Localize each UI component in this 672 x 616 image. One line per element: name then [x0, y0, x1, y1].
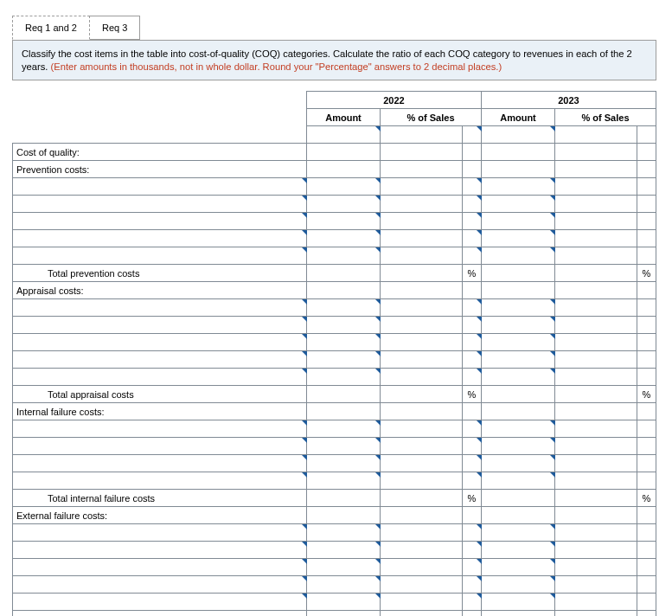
input-cell[interactable]: [381, 317, 463, 334]
input-cell[interactable]: [381, 144, 463, 161]
input-cell[interactable]: [307, 420, 381, 438]
input-cell[interactable]: [307, 403, 381, 420]
input-cell[interactable]: [482, 351, 555, 369]
input-cell[interactable]: [555, 576, 637, 594]
input-cell[interactable]: [381, 230, 463, 247]
input-cell[interactable]: [463, 559, 482, 576]
input-cell[interactable]: [555, 334, 637, 351]
input-cell[interactable]: [463, 524, 482, 542]
input-cell[interactable]: [637, 247, 656, 265]
input-cell[interactable]: [555, 230, 637, 247]
input-cell[interactable]: [381, 299, 463, 317]
input-cell[interactable]: [307, 144, 381, 161]
input-cell[interactable]: [555, 542, 637, 559]
input-cell[interactable]: [307, 282, 381, 299]
input-cell[interactable]: [555, 299, 637, 317]
tab-req3[interactable]: Req 3: [89, 16, 140, 40]
input-cell[interactable]: [637, 213, 656, 230]
dropdown-cell[interactable]: [13, 594, 307, 611]
input-cell[interactable]: [381, 403, 463, 420]
input-cell[interactable]: [463, 369, 482, 386]
input-cell[interactable]: [555, 611, 637, 616]
input-cell[interactable]: [482, 334, 555, 351]
input-cell[interactable]: [381, 594, 463, 611]
input-cell[interactable]: [555, 178, 637, 196]
input-cell[interactable]: [463, 542, 482, 559]
input-cell[interactable]: [637, 369, 656, 386]
input-cell[interactable]: [307, 559, 381, 576]
input-cell[interactable]: [555, 559, 637, 576]
input-cell[interactable]: [637, 144, 656, 161]
input-cell[interactable]: [482, 559, 555, 576]
input-cell[interactable]: [555, 507, 637, 524]
input-cell[interactable]: [482, 161, 555, 178]
input-cell[interactable]: [463, 576, 482, 594]
input-cell[interactable]: [482, 282, 555, 299]
input-cell[interactable]: [307, 576, 381, 594]
input-cell[interactable]: [637, 161, 656, 178]
input-cell[interactable]: [463, 299, 482, 317]
dropdown-cell[interactable]: [13, 576, 307, 594]
input-cell[interactable]: [555, 247, 637, 265]
input-cell[interactable]: [637, 334, 656, 351]
input-cell[interactable]: [463, 455, 482, 472]
input-cell[interactable]: [307, 161, 381, 178]
input-cell[interactable]: [381, 386, 463, 403]
input-cell[interactable]: [482, 230, 555, 247]
input-cell[interactable]: [555, 490, 637, 507]
input-cell[interactable]: [555, 126, 637, 144]
input-cell[interactable]: [482, 144, 555, 161]
input-cell[interactable]: [482, 369, 555, 386]
input-cell[interactable]: [381, 178, 463, 196]
input-cell[interactable]: [307, 594, 381, 611]
input-cell[interactable]: [381, 420, 463, 438]
input-cell[interactable]: [307, 472, 381, 490]
input-cell[interactable]: [307, 299, 381, 317]
input-cell[interactable]: [555, 144, 637, 161]
input-cell[interactable]: [637, 472, 656, 490]
dropdown-cell[interactable]: [13, 472, 307, 490]
input-cell[interactable]: [307, 213, 381, 230]
input-cell[interactable]: [637, 524, 656, 542]
input-cell[interactable]: [555, 265, 637, 282]
input-cell[interactable]: [463, 282, 482, 299]
input-cell[interactable]: [637, 351, 656, 369]
dropdown-cell[interactable]: [13, 196, 307, 213]
input-cell[interactable]: [555, 161, 637, 178]
dropdown-cell[interactable]: [13, 247, 307, 265]
input-cell[interactable]: [307, 455, 381, 472]
input-cell[interactable]: [463, 438, 482, 455]
input-cell[interactable]: [307, 611, 381, 616]
input-cell[interactable]: [637, 559, 656, 576]
input-cell[interactable]: [637, 507, 656, 524]
input-cell[interactable]: [463, 334, 482, 351]
input-cell[interactable]: [482, 265, 555, 282]
input-cell[interactable]: [482, 213, 555, 230]
input-cell[interactable]: [381, 213, 463, 230]
input-cell[interactable]: [381, 542, 463, 559]
input-cell[interactable]: [637, 420, 656, 438]
dropdown-cell[interactable]: [13, 230, 307, 247]
input-cell[interactable]: [307, 247, 381, 265]
input-cell[interactable]: [555, 196, 637, 213]
input-cell[interactable]: [555, 351, 637, 369]
input-cell[interactable]: [307, 178, 381, 196]
input-cell[interactable]: [482, 386, 555, 403]
input-cell[interactable]: [637, 403, 656, 420]
input-cell[interactable]: [555, 438, 637, 455]
input-cell[interactable]: [482, 196, 555, 213]
input-cell[interactable]: [637, 576, 656, 594]
input-cell[interactable]: [307, 196, 381, 213]
input-cell[interactable]: [307, 230, 381, 247]
input-cell[interactable]: [381, 576, 463, 594]
input-cell[interactable]: [307, 542, 381, 559]
input-cell[interactable]: [463, 507, 482, 524]
input-cell[interactable]: [381, 161, 463, 178]
input-cell[interactable]: [381, 455, 463, 472]
dropdown-cell[interactable]: [13, 524, 307, 542]
input-cell[interactable]: [482, 611, 555, 616]
input-cell[interactable]: [555, 386, 637, 403]
input-cell[interactable]: [381, 334, 463, 351]
input-cell[interactable]: [307, 317, 381, 334]
input-cell[interactable]: [307, 369, 381, 386]
